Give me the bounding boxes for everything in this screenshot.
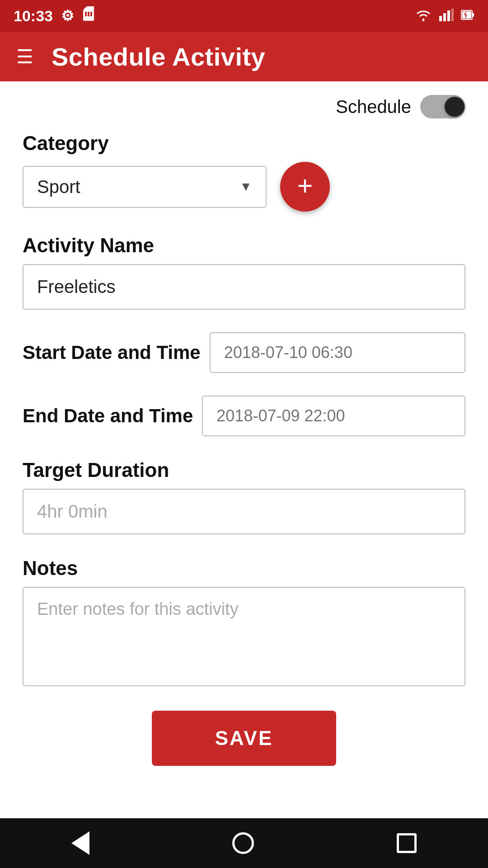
- status-bar-left: 10:33 ⚙: [14, 6, 95, 25]
- svg-marker-1: [83, 6, 94, 10]
- page-title: Schedule Activity: [52, 42, 265, 71]
- start-datetime-input[interactable]: [210, 332, 465, 373]
- add-category-button[interactable]: +: [280, 162, 330, 212]
- status-bar-right: [415, 9, 474, 23]
- schedule-toggle[interactable]: [420, 95, 465, 118]
- category-dropdown[interactable]: Sport ▼: [23, 166, 267, 208]
- start-datetime-row: Start Date and Time: [23, 332, 465, 373]
- notes-textarea[interactable]: [23, 587, 465, 686]
- back-icon: [71, 831, 89, 855]
- plus-icon: +: [297, 172, 313, 199]
- start-datetime-label: Start Date and Time: [23, 342, 201, 363]
- main-content: Schedule Category Sport ▼ + Activity Nam…: [0, 81, 488, 818]
- chevron-down-icon: ▼: [239, 179, 252, 194]
- target-duration-section: Target Duration: [23, 459, 465, 534]
- notes-label: Notes: [23, 557, 465, 580]
- save-button-container: SAVE: [23, 711, 465, 766]
- settings-icon: ⚙: [61, 7, 74, 24]
- recents-button[interactable]: [397, 833, 417, 853]
- target-duration-input[interactable]: [23, 489, 465, 534]
- category-value: Sport: [37, 177, 80, 197]
- category-select-wrapper[interactable]: Sport ▼: [23, 166, 267, 208]
- status-time: 10:33: [14, 7, 53, 25]
- category-label: Category: [23, 132, 465, 155]
- target-duration-label: Target Duration: [23, 459, 465, 481]
- category-row: Sport ▼ +: [23, 162, 465, 212]
- end-datetime-input[interactable]: [202, 396, 465, 436]
- svg-rect-7: [447, 10, 450, 21]
- notes-section: Notes: [23, 557, 465, 688]
- status-bar: 10:33 ⚙: [0, 0, 488, 32]
- activity-name-label: Activity Name: [23, 234, 465, 257]
- app-bar: ☰ Schedule Activity: [0, 32, 488, 81]
- sdcard-icon: [82, 6, 95, 25]
- svg-rect-2: [85, 12, 87, 16]
- home-button[interactable]: [232, 832, 254, 854]
- toggle-track: [420, 95, 465, 118]
- bottom-nav: [0, 818, 488, 868]
- end-datetime-row: End Date and Time: [23, 396, 465, 436]
- svg-rect-10: [472, 13, 474, 17]
- svg-rect-4: [90, 12, 92, 16]
- end-datetime-label: End Date and Time: [23, 405, 193, 427]
- svg-rect-8: [451, 9, 454, 21]
- save-button[interactable]: SAVE: [152, 711, 337, 766]
- signal-icon: [439, 9, 454, 23]
- schedule-label: Schedule: [336, 97, 411, 117]
- category-section: Category Sport ▼ +: [23, 132, 465, 212]
- svg-rect-3: [88, 12, 89, 16]
- recents-icon: [397, 833, 417, 853]
- toggle-thumb: [445, 97, 465, 117]
- back-button[interactable]: [71, 831, 89, 855]
- battery-icon: [461, 9, 474, 23]
- svg-rect-6: [443, 13, 446, 21]
- schedule-toggle-row: Schedule: [23, 95, 465, 118]
- home-icon: [232, 832, 254, 854]
- menu-icon[interactable]: ☰: [16, 46, 33, 68]
- wifi-icon: [415, 9, 432, 23]
- svg-rect-5: [439, 16, 442, 21]
- activity-name-input[interactable]: [23, 264, 465, 310]
- activity-name-section: Activity Name: [23, 234, 465, 310]
